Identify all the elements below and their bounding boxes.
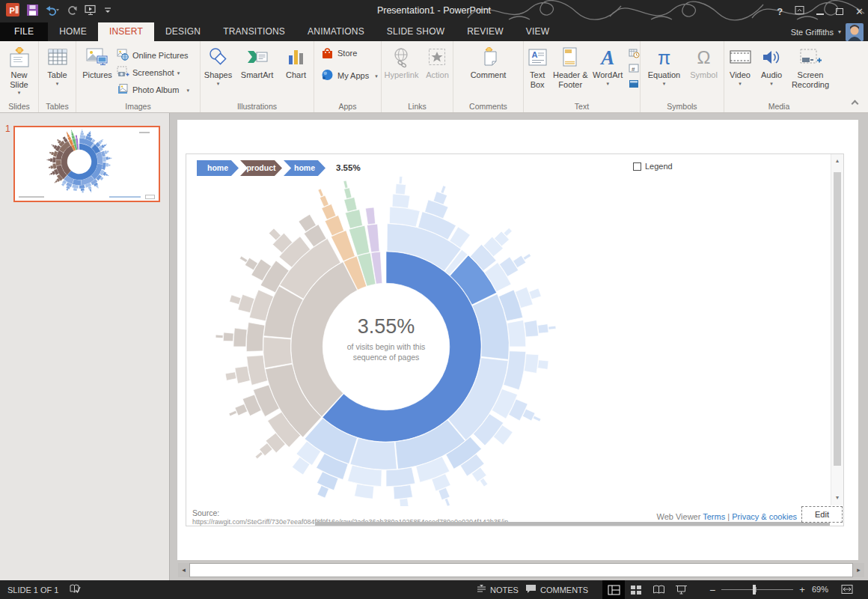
smartart-button[interactable]: SmartArt xyxy=(237,43,278,86)
thumbnail-sunburst-chart xyxy=(46,129,112,195)
slide-number-button[interactable]: # xyxy=(629,64,640,77)
close-button[interactable]: ✕ xyxy=(855,6,864,17)
ribbon-display-options-button[interactable] xyxy=(795,5,804,17)
scrollbar-track[interactable] xyxy=(189,563,853,577)
text-box-button[interactable]: A Text Box xyxy=(524,43,551,93)
zoom-slider[interactable] xyxy=(721,580,793,599)
legend-label: Legend xyxy=(645,162,673,171)
web-viewer-addin[interactable]: home product home 3.55% Legend 3.55% of … xyxy=(186,153,844,526)
slide-horizontal-scrollbar[interactable]: ◂ ▸ xyxy=(178,563,864,577)
tab-file[interactable]: FILE xyxy=(0,22,48,41)
group-label-comments: Comments xyxy=(453,102,523,111)
my-apps-button[interactable]: My Apps ▾ xyxy=(320,67,381,84)
visit-percentage-caption: of visits begin with this sequence of pa… xyxy=(339,341,433,362)
tab-design[interactable]: DESIGN xyxy=(154,22,212,41)
tab-review[interactable]: REVIEW xyxy=(456,22,515,41)
scroll-down-icon[interactable]: ▾ xyxy=(831,494,843,501)
dropdown-arrow-icon: ▾ xyxy=(217,81,220,86)
comments-toggle-button[interactable]: COMMENTS xyxy=(525,580,588,599)
scroll-up-icon[interactable]: ▴ xyxy=(831,157,843,164)
breadcrumb-segment[interactable]: product xyxy=(240,160,282,176)
chevron-down-icon: ▾ xyxy=(838,28,841,35)
dropdown-arrow-icon: ▾ xyxy=(739,81,742,86)
web-viewer-vertical-scrollbar[interactable]: ▴ ▾ xyxy=(831,154,843,505)
web-viewer-horizontal-scrollbar[interactable] xyxy=(315,522,830,526)
normal-view-button[interactable] xyxy=(602,580,625,599)
group-label-links: Links xyxy=(382,102,453,111)
dropdown-arrow-icon: ▾ xyxy=(18,90,21,95)
thumbnail-links-mark xyxy=(109,196,141,198)
new-slide-button[interactable]: New Slide ▾ xyxy=(1,43,37,95)
collapse-ribbon-button[interactable] xyxy=(852,100,859,108)
scrollbar-thumb[interactable] xyxy=(834,172,841,466)
group-label-media: Media xyxy=(724,102,834,111)
spellcheck-icon[interactable] xyxy=(69,583,81,596)
legend-checkbox[interactable] xyxy=(633,162,641,171)
legend-toggle[interactable]: Legend xyxy=(633,162,673,171)
dropdown-arrow-icon: ▾ xyxy=(177,70,180,76)
object-button[interactable] xyxy=(629,79,640,93)
account-area[interactable]: Ste Griffiths ▾ xyxy=(791,22,864,41)
wordart-button[interactable]: A WordArt ▾ xyxy=(590,43,626,93)
zoom-out-button[interactable]: − xyxy=(709,584,715,596)
slide-canvas[interactable]: home product home 3.55% Legend 3.55% of … xyxy=(177,120,858,560)
link-separator: | xyxy=(727,512,730,521)
hyperlink-icon xyxy=(391,44,413,70)
new-slide-icon xyxy=(7,44,31,70)
slide-thumbnail[interactable] xyxy=(13,126,160,202)
terms-link[interactable]: Terms xyxy=(703,512,725,521)
tab-transitions[interactable]: TRANSITIONS xyxy=(212,22,296,41)
header-footer-button[interactable]: Header & Footer xyxy=(552,43,588,93)
slide-sorter-view-button[interactable] xyxy=(625,580,647,599)
ribbon-group-apps: Store My Apps ▾ Apps xyxy=(314,41,382,112)
dropdown-arrow-icon: ▾ xyxy=(375,73,378,79)
tab-home[interactable]: HOME xyxy=(48,22,98,41)
zoom-in-button[interactable]: + xyxy=(799,584,805,595)
view-switcher xyxy=(602,580,692,599)
screen-recording-button[interactable]: Screen Recording xyxy=(788,43,833,89)
audio-button[interactable]: Audio ▾ xyxy=(757,43,786,89)
fit-slide-to-window-button[interactable] xyxy=(841,584,853,596)
scroll-left-icon[interactable]: ◂ xyxy=(178,563,189,577)
photo-album-button[interactable]: Photo Album ▾ xyxy=(117,82,189,98)
privacy-link[interactable]: Privacy & cookies xyxy=(732,512,797,521)
tab-animations[interactable]: ANIMATIONS xyxy=(296,22,376,41)
equation-button[interactable]: π Equation ▾ xyxy=(644,43,685,86)
table-button[interactable]: Table ▾ xyxy=(40,43,75,86)
maximize-button[interactable] xyxy=(836,8,843,15)
symbol-icon: Ω xyxy=(697,47,711,68)
reading-view-button[interactable] xyxy=(647,580,670,599)
store-button[interactable]: Store xyxy=(320,45,381,61)
account-name: Ste Griffiths xyxy=(791,28,834,37)
source-label: Source: xyxy=(192,508,219,517)
screenshot-button[interactable]: Screenshot ▾ xyxy=(117,64,189,81)
store-icon xyxy=(320,46,334,61)
edit-button[interactable]: Edit xyxy=(801,506,843,523)
online-pictures-button[interactable]: Online Pictures xyxy=(117,47,189,64)
svg-text:#: # xyxy=(632,66,635,73)
tab-slideshow[interactable]: SLIDE SHOW xyxy=(376,22,456,41)
visit-percentage-value: 3.55% xyxy=(326,315,446,338)
breadcrumb-segment[interactable]: home xyxy=(197,160,239,176)
tab-view[interactable]: VIEW xyxy=(515,22,560,41)
comment-button[interactable]: Comment xyxy=(465,43,513,80)
my-apps-icon xyxy=(320,68,334,83)
chart-button[interactable]: Chart xyxy=(279,43,314,86)
breadcrumb-segment[interactable]: home xyxy=(284,160,326,176)
video-button[interactable]: Video ▾ xyxy=(725,43,755,89)
slideshow-view-button[interactable] xyxy=(670,580,692,599)
main-area: 1 home product home 3.55% Legend xyxy=(0,113,868,580)
notes-toggle-button[interactable]: NOTES xyxy=(477,580,519,599)
scroll-right-icon[interactable]: ▸ xyxy=(853,563,864,577)
slide-indicator[interactable]: SLIDE 1 OF 1 xyxy=(7,586,58,595)
tab-insert[interactable]: INSERT xyxy=(98,22,154,41)
ribbon-group-comments: Comment Comments xyxy=(453,41,524,112)
zoom-percentage[interactable]: 69% xyxy=(812,585,828,594)
web-viewer-links: Web Viewer Terms | Privacy & cookies xyxy=(656,512,797,521)
zoom-slider-thumb[interactable] xyxy=(753,585,756,595)
pictures-button[interactable]: Pictures xyxy=(79,43,115,98)
shapes-button[interactable]: Shapes ▾ xyxy=(201,43,236,86)
help-button[interactable]: ? xyxy=(777,6,783,17)
minimize-button[interactable] xyxy=(816,13,824,15)
date-time-button[interactable] xyxy=(629,48,640,61)
